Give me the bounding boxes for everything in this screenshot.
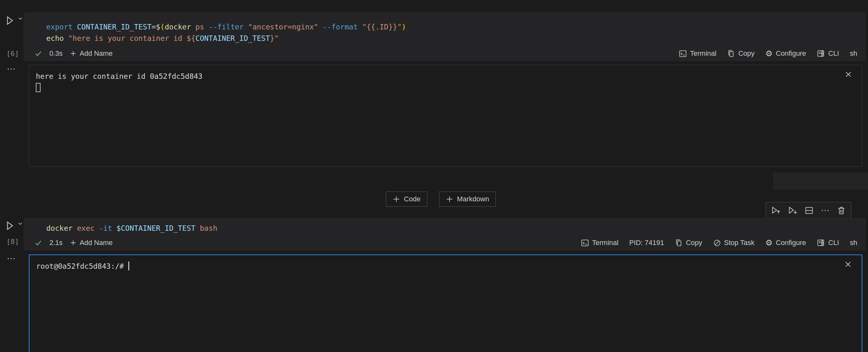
terminal-icon: [679, 50, 687, 58]
more-actions-button[interactable]: [821, 209, 830, 213]
plus-icon: [70, 239, 77, 246]
execution-duration: 2.1s: [50, 239, 63, 247]
add-markdown-label: Markdown: [457, 195, 489, 203]
cell-code[interactable]: export CONTAINER_ID_TEST=$(docker ps --f…: [24, 13, 865, 44]
terminal-prompt: root@0a52fdc5d843:/#: [36, 262, 128, 270]
plus-icon: [70, 50, 77, 57]
ellipsis-icon: [821, 209, 830, 213]
split-cell-icon: [805, 206, 813, 215]
close-icon: [844, 260, 852, 268]
gear-icon: ⚙: [765, 239, 773, 247]
copy-icon: [727, 50, 735, 58]
language-indicator[interactable]: sh: [850, 239, 857, 247]
terminal-output-panel[interactable]: here is your container id 0a52fdc5d843: [29, 65, 862, 167]
terminal-text: here is your container id 0a52fdc5d843: [29, 65, 862, 94]
stop-icon: [713, 239, 721, 247]
play-icon: [4, 15, 15, 26]
pid-label: PID: 74191: [629, 239, 664, 247]
add-name-button[interactable]: Add Name: [70, 50, 113, 58]
terminal-output-panel-focused[interactable]: root@0a52fdc5d843:/#: [29, 255, 862, 352]
terminal-cursor: [128, 261, 129, 270]
copy-button[interactable]: Copy: [727, 50, 754, 58]
configure-button[interactable]: ⚙ Configure: [765, 239, 806, 247]
terminal-text: root@0a52fdc5d843:/#: [29, 255, 862, 272]
close-output-button[interactable]: [844, 70, 852, 79]
run-below-icon: [788, 206, 797, 215]
cli-button[interactable]: CLI: [817, 239, 839, 247]
add-name-button[interactable]: Add Name: [70, 239, 113, 247]
terminal-line: here is your container id 0a52fdc5d843: [36, 72, 203, 81]
chevron-down-icon: [17, 220, 24, 227]
plus-icon: [393, 195, 400, 203]
play-icon: [4, 220, 15, 231]
copy-button[interactable]: Copy: [675, 239, 702, 247]
terminal-button[interactable]: Terminal: [679, 50, 716, 58]
success-check-icon: [34, 50, 42, 58]
cell-status-bar: 2.1s Add Name Terminal PID: 74191: [24, 236, 865, 250]
execution-duration: 0.3s: [50, 50, 63, 58]
execute-above-button[interactable]: [771, 206, 781, 215]
execution-count: [8]: [4, 238, 21, 246]
hover-highlight: [773, 172, 868, 190]
code-cell[interactable]: export CONTAINER_ID_TEST=$(docker ps --f…: [24, 13, 866, 61]
add-markdown-cell-button[interactable]: Markdown: [439, 192, 496, 207]
terminal-cursor: [36, 83, 40, 92]
cli-lightning-icon: [817, 50, 825, 58]
output-more-actions-button[interactable]: [7, 257, 15, 261]
close-output-button[interactable]: [844, 260, 852, 269]
cli-lightning-icon: [817, 239, 825, 247]
code-cell[interactable]: docker exec -it $CONTAINER_ID_TEST bash …: [24, 218, 866, 250]
stop-task-button[interactable]: Stop Task: [713, 239, 754, 247]
cell-code[interactable]: docker exec -it $CONTAINER_ID_TEST bash: [24, 219, 865, 234]
run-above-icon: [771, 206, 781, 215]
cli-button[interactable]: CLI: [817, 50, 839, 58]
terminal-icon: [581, 239, 589, 247]
terminal-button[interactable]: Terminal: [581, 239, 618, 247]
plus-icon: [446, 195, 453, 203]
run-cell-button[interactable]: [4, 15, 24, 26]
delete-cell-button[interactable]: [837, 206, 846, 215]
chevron-down-icon: [17, 15, 24, 22]
add-code-cell-button[interactable]: Code: [386, 192, 427, 207]
add-code-label: Code: [404, 195, 421, 203]
close-icon: [844, 70, 852, 78]
language-indicator[interactable]: sh: [850, 50, 857, 58]
split-cell-button[interactable]: [805, 206, 813, 215]
ellipsis-icon: [7, 257, 15, 260]
execution-count: [6]: [4, 50, 21, 58]
trash-icon: [837, 206, 846, 215]
cell-status-bar: 0.3s Add Name Terminal: [24, 47, 865, 60]
configure-button[interactable]: ⚙ Configure: [765, 50, 806, 58]
success-check-icon: [34, 239, 42, 247]
execute-below-button[interactable]: [788, 206, 797, 215]
cell-hover-toolbar: [766, 202, 851, 219]
ellipsis-icon: [7, 67, 15, 71]
insert-cell-bar: Code Markdown: [386, 192, 496, 207]
notebook-editor: [6] export CONTAINER_ID_TEST=$(docker ps…: [0, 0, 868, 352]
copy-icon: [675, 239, 683, 247]
output-more-actions-button[interactable]: [7, 67, 15, 72]
run-cell-button[interactable]: [4, 220, 24, 231]
gear-icon: ⚙: [765, 50, 773, 58]
